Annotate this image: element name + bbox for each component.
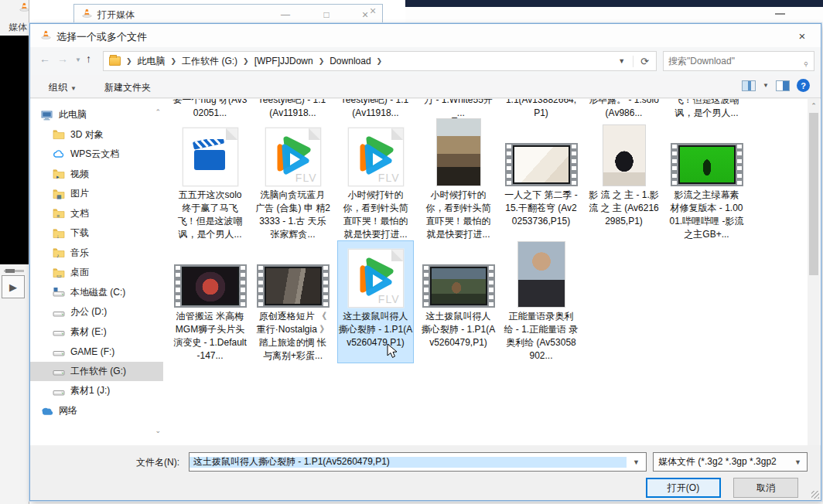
up-button[interactable]: ↑	[86, 53, 91, 65]
sidebar-item[interactable]: 此电脑	[30, 105, 163, 125]
file-item[interactable]: 油管搬运 米高梅 MGM狮子头片头 演变史 - 1.Default-147...	[172, 241, 248, 363]
background-minimize-icon[interactable]	[775, 13, 785, 15]
file-item[interactable]: FLV这土拨鼠叫得人 撕心裂肺 - 1.P1(Av5260479,P1)	[338, 241, 413, 363]
history-dropdown-icon[interactable]: ▼	[75, 56, 81, 63]
minimize-button[interactable]: —	[272, 5, 299, 24]
file-item[interactable]: 影 流 之 主 - 1.影 流 之 主 (Av62162985,P1)	[586, 120, 661, 241]
file-name-label: 五五开和马飞飞 solo，输了之后 原形毕露。 - 1.solo(Av986..…	[586, 99, 661, 120]
file-item[interactable]: FLV小时候打针的 你，看到针头简 直吓哭！最怕的 就是快要打进...	[338, 120, 413, 241]
vlc-cone-icon	[40, 29, 52, 41]
sidebar-item-label: GAME (F:)	[70, 346, 114, 357]
back-button[interactable]: ←	[39, 53, 50, 65]
file-item[interactable]: FLV洗脑向贪玩蓝月 广告 (合集) 申 精23333 - 1.古 天乐张家辉贪…	[255, 120, 330, 241]
address-dropdown-icon[interactable]: ▼	[610, 57, 633, 65]
mouse-cursor	[387, 343, 399, 360]
filename-dropdown-icon[interactable]: ▼	[627, 458, 646, 466]
breadcrumb-separator: ❯	[237, 57, 254, 65]
dialog-titlebar: 选择一个或多个文件 ×	[30, 24, 821, 47]
search-input[interactable]	[664, 56, 802, 66]
sidebar-scroll-up-icon[interactable]: ⌃	[155, 108, 161, 116]
resize-grip[interactable]	[811, 491, 819, 499]
sidebar-item-label: 文档	[70, 207, 89, 220]
sidebar-item[interactable]: 网络	[30, 401, 163, 421]
sidebar-item[interactable]: ♪音乐	[30, 243, 163, 264]
photo-thumbnail	[603, 124, 646, 186]
svg-text:▸: ▸	[56, 174, 60, 179]
file-item[interactable]: 五五开和马飞飞 solo，输了之后 原形毕露。 - 1.solo(Av986..…	[586, 99, 661, 120]
view-dropdown-icon[interactable]: ▼	[763, 82, 769, 89]
search-icon[interactable]: ⌕	[800, 53, 815, 69]
file-item[interactable]: 这土拨鼠叫得人 撕心裂肺 - 1.P1(Av5260479,P1)	[421, 241, 496, 363]
file-item[interactable]: 影流之主绿幕素 材修复版本 - 1.0001.哔哩哔哩 -影流之主GB+...	[669, 120, 744, 241]
new-folder-button[interactable]: 新建文件夹	[104, 81, 151, 94]
file-name-label: 这土拨鼠叫得人 撕心裂肺 - 1.P1(Av5260479,P1)	[338, 310, 413, 349]
sidebar-item[interactable]: ▸视频	[30, 165, 163, 185]
preview-pane-icon[interactable]	[776, 80, 790, 91]
sidebar-item[interactable]: 素材 (E:)	[30, 322, 163, 342]
svg-text:♪: ♪	[56, 253, 60, 258]
flv-file-icon: FLV	[348, 249, 404, 308]
breadcrumb-item[interactable]: [WPF]JJDown	[254, 56, 313, 66]
vlc-media-menu[interactable]: 媒体	[9, 21, 27, 34]
file-name-label: 美妙凡间乐style 原版(或许这就是 freestyle吧) - 1.1(Av…	[338, 99, 413, 120]
vlc-play-button[interactable]: ▶	[2, 275, 25, 298]
sidebar-item[interactable]: 素材1 (J:)	[30, 381, 163, 401]
refresh-icon[interactable]: ⟳	[633, 56, 656, 67]
disk-icon	[53, 365, 65, 377]
file-item[interactable]: 五五开被马飞飞 疯狂喷表面兄弟 - 1.1(Av13882664,P1)	[504, 99, 579, 120]
background-window-strip	[405, 7, 823, 23]
file-item[interactable]: 五五开这次solo 终于赢了马飞 飞！但是这波嘲 讽，是个男人...	[172, 120, 248, 241]
filmstrip-thumbnail	[671, 143, 743, 186]
file-item[interactable]: 小时候打针的 你，看到针头简 直吓哭！最怕的 就是快要打进...	[421, 120, 496, 241]
behind-window-close-icon[interactable]: ×	[370, 5, 376, 17]
breadcrumb-item[interactable]: Download	[330, 56, 371, 66]
sidebar-item[interactable]: ≡文档	[30, 204, 163, 224]
sidebar-item-label: 工作软件 (G:)	[70, 365, 126, 378]
sidebar-item[interactable]: 3D 对象	[30, 125, 163, 145]
flv-file-icon: FLV	[265, 128, 321, 186]
file-name-label: 原创逐格短片 《 重行·Nostalgia 》 踏上旅途的惆 怅与离别+彩蛋..…	[255, 310, 330, 363]
file-name-label: 洗脑向贪玩蓝月 广告 (合集) 申 精23333 - 1.古 天乐张家辉贪...	[255, 189, 330, 241]
file-item[interactable]: 五五开这次solo 终于赢了马飞 飞！但是这波嘲 讽，是个男人...	[669, 99, 744, 120]
folder-icon: ▦	[53, 188, 65, 200]
scrollbar-thumb[interactable]	[809, 113, 818, 275]
vlc-seek-slider[interactable]	[4, 270, 24, 272]
open-button[interactable]: 打开(O)	[646, 478, 721, 498]
file-item[interactable]: 原创逐格短片 《 重行·Nostalgia 》 踏上旅途的惆 怅与离别+彩蛋..…	[255, 241, 330, 363]
view-thumbnails-icon[interactable]	[742, 80, 756, 91]
vlc-seek-handle[interactable]	[5, 269, 15, 273]
breadcrumb-item[interactable]: 此电脑	[138, 55, 166, 68]
sidebar-item[interactable]: 工作软件 (G:)	[30, 362, 163, 382]
breadcrumb-separator: ❯	[166, 57, 183, 65]
sidebar-item[interactable]: 本地磁盘 (C:)	[30, 283, 163, 303]
scroll-up-icon[interactable]: ⌃	[808, 102, 820, 110]
filetype-value: 媒体文件 (*.3g2 *.3gp *.3gp2	[654, 455, 789, 468]
filename-input[interactable]	[190, 457, 627, 468]
file-item[interactable]: 五五开：马飞飞 开挂，我给你 500万 - 1.White55开_...	[421, 99, 496, 120]
sidebar-scroll-down-icon[interactable]: ⌄	[155, 427, 161, 434]
sidebar-item[interactable]: ↓下载	[30, 223, 163, 243]
file-item[interactable]: 一人之下 第二季 - 15.干翻苍穹 (Av20253736,P15)	[504, 120, 579, 241]
cancel-button[interactable]: 取消	[733, 478, 798, 498]
file-item[interactable]: 美妙凡间乐style 原版(或许这就是 freestyle吧) - 1.1(Av…	[338, 99, 413, 120]
file-item[interactable]: 正能量语录奥利 给 - 1.正能量语 录奥利给 (Av53058902...	[504, 241, 579, 363]
help-icon[interactable]: ?	[797, 79, 810, 92]
disk-icon	[53, 325, 65, 338]
file-item[interactable]: 美妙凡间乐style 原版(或许这就是 freestyle吧) - 1.1(Av…	[255, 99, 330, 120]
file-list-scrollbar[interactable]: ⌃	[808, 99, 820, 445]
organize-button[interactable]: 组织▼	[49, 81, 77, 94]
svg-text:▭: ▭	[56, 272, 62, 278]
filmstrip-thumbnail	[422, 264, 495, 308]
dialog-close-button[interactable]: ×	[790, 27, 814, 44]
sidebar-item[interactable]: GAME (F:)	[30, 342, 163, 362]
file-item[interactable]: 逃避虽可耻但有用 - 这种时候就是想要一个hug 呀(Av302051...	[172, 99, 248, 120]
forward-button[interactable]: →	[57, 53, 68, 65]
breadcrumb-item[interactable]: 工作软件 (G:)	[182, 55, 237, 68]
sidebar-item[interactable]: WPS云文档	[30, 145, 163, 165]
sidebar-item[interactable]: ▭桌面	[30, 263, 163, 283]
address-bar[interactable]: ❯此电脑❯工作软件 (G:)❯[WPF]JJDown❯Download❯ ▼ ⟳	[103, 51, 657, 71]
sidebar-item[interactable]: ▦图片	[30, 184, 163, 204]
filetype-combo[interactable]: 媒体文件 (*.3g2 *.3gp *.3gp2 ▼	[653, 452, 808, 472]
maximize-button[interactable]: □	[313, 5, 340, 24]
sidebar-item[interactable]: 办公 (D:)	[30, 302, 163, 322]
